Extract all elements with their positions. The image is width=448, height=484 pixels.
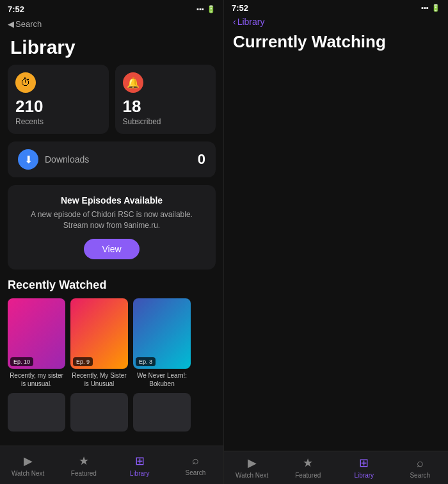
nav-featured-left[interactable]: ★ Featured [56,446,111,484]
notification-card: New Episodes Available A new episode of … [8,185,216,270]
mini-thumb-0[interactable] [8,393,65,432]
second-row-thumbs [0,388,223,432]
status-icons-right: ▪▪▪ 🔋 [421,4,440,12]
nav-search-left[interactable]: ⌕ Search [168,446,223,484]
recent-thumb-1: Ep. 9 [70,298,128,369]
stats-row: ⏱ 210 Recents 🔔 18 Subscribed [0,65,223,141]
recently-watched-title: Recently Watched [0,278,223,298]
status-bar-right: 7:52 ▪▪▪ 🔋 [224,0,448,15]
recently-watched-row: Ep. 10 Recently, my sister is unusual. E… [0,298,223,388]
subscribed-count: 18 [123,98,141,115]
ep-badge-0: Ep. 10 [10,357,33,366]
watch-next-icon-left: ▶ [24,454,33,468]
chevron-left-right-icon: ‹ [233,17,236,27]
back-nav-left[interactable]: ◀ Search [0,18,223,31]
back-text-right: ‹ Library [233,17,264,27]
library-icon-right: ⊞ [359,456,369,470]
recents-label: Recents [15,117,44,126]
nav-library-left[interactable]: ⊞ Library [112,446,168,484]
search-icon-left: ⌕ [192,454,199,467]
list-item[interactable]: Ep. 10 Recently, my sister is unusual. [8,298,65,388]
signal-icon-right: ▪▪▪ [421,4,429,12]
list-item[interactable]: Ep. 3 We Never Learn!: Bokuben [133,298,191,388]
search-icon-right: ⌕ [417,456,424,470]
status-bar-left: 7:52 ▪▪▪ 🔋 [0,0,223,18]
recents-card[interactable]: ⏱ 210 Recents [8,65,109,134]
subscribed-icon: 🔔 [123,72,143,93]
watch-next-icon-right: ▶ [248,456,257,470]
time-left: 7:52 [8,4,24,14]
time-right: 7:52 [232,3,248,13]
recents-icon: ⏱ [15,72,36,93]
wifi-icon: 🔋 [207,5,216,13]
recent-thumb-0: Ep. 10 [8,298,65,369]
wifi-icon-right: 🔋 [431,4,440,12]
ep-badge-1: Ep. 9 [73,357,93,366]
featured-label-right: Featured [295,472,321,479]
nav-library-right[interactable]: ⊞ Library [336,451,392,484]
watch-next-label-left: Watch Next [12,470,44,477]
downloads-icon: ⬇ [18,149,38,170]
mini-thumb-2[interactable] [133,393,191,432]
notif-body: A new episode of Chidori RSC is now avai… [18,209,205,231]
nav-featured-right[interactable]: ★ Featured [280,451,337,484]
downloads-label: Downloads [45,154,89,165]
subscribed-card[interactable]: 🔔 18 Subscribed [115,65,216,134]
recent-title-1: Recently, My Sister is Unusual [70,371,128,388]
subscribed-label: Subscribed [123,117,161,126]
mini-thumb-1[interactable] [70,393,128,432]
back-nav-right[interactable]: ‹ Library [224,15,448,28]
library-icon-left: ⊞ [135,454,145,468]
search-label-left: Search [186,469,206,476]
notif-title: New Episodes Available [18,195,205,206]
status-icons-left: ▪▪▪ 🔋 [196,5,216,13]
featured-icon-right: ★ [303,456,313,470]
featured-icon-left: ★ [79,454,89,468]
downloads-card[interactable]: ⬇ Downloads 0 [8,141,216,177]
library-label-right: Library [354,472,374,479]
bottom-nav-left: ▶ Watch Next ★ Featured ⊞ Library ⌕ Sear… [0,446,223,484]
nav-watch-next-right[interactable]: ▶ Watch Next [224,451,280,484]
back-label-right: Library [237,17,265,27]
nav-search-right[interactable]: ⌕ Search [392,451,449,484]
downloads-left: ⬇ Downloads [18,149,89,170]
page-title-left: Library [0,31,223,65]
library-label-left: Library [130,470,150,477]
chevron-left-icon: ◀ [8,19,14,29]
right-panel: 7:52 ▪▪▪ 🔋 ‹ Library Currently Watching … [224,0,448,484]
recent-thumb-2: Ep. 3 [133,298,191,369]
recent-title-0: Recently, my sister is unusual. [8,371,65,388]
left-panel: 7:52 ▪▪▪ 🔋 ◀ Search Library ⏱ 210 Recent… [0,0,224,484]
recent-title-2: We Never Learn!: Bokuben [133,371,191,388]
nav-watch-next-left[interactable]: ▶ Watch Next [0,446,56,484]
downloads-count: 0 [198,151,205,168]
featured-label-left: Featured [71,470,97,477]
back-label-left: Search [15,19,42,29]
bottom-nav-right: ▶ Watch Next ★ Featured ⊞ Library ⌕ Sear… [224,451,448,484]
watch-next-label-right: Watch Next [236,472,268,479]
recents-count: 210 [15,98,43,115]
view-button[interactable]: View [84,239,139,259]
signal-icon: ▪▪▪ [196,5,204,13]
ep-badge-2: Ep. 3 [136,357,156,366]
page-title-right: Currently Watching [224,28,448,450]
search-label-right: Search [410,472,430,479]
list-item[interactable]: Ep. 9 Recently, My Sister is Unusual [70,298,128,388]
